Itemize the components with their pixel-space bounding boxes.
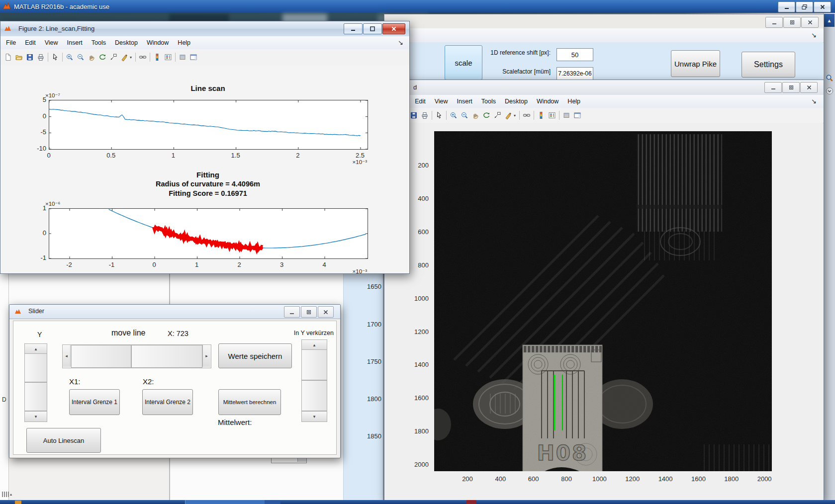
- sidebar-search-button[interactable]: [825, 73, 835, 84]
- y-scroll-up-button[interactable]: ▴: [24, 343, 47, 354]
- figure-d-menu-view[interactable]: View: [430, 98, 453, 105]
- figure2-menu-window[interactable]: Window: [142, 39, 173, 46]
- figure2-rotate-3d-icon[interactable]: [97, 52, 108, 63]
- figure-d-link-plot-icon[interactable]: [521, 110, 532, 121]
- figure2-pointer-icon[interactable]: [50, 52, 61, 63]
- slider-thumb-1[interactable]: [71, 345, 131, 368]
- y-scrollbar[interactable]: ▴ ▾: [24, 343, 46, 421]
- figure-d-brush-icon[interactable]: [503, 110, 514, 121]
- figure-d-menu-desktop[interactable]: Desktop: [500, 98, 532, 105]
- slider-right-arrow[interactable]: ▸: [202, 345, 210, 367]
- figure2-menu-help[interactable]: Help: [173, 39, 195, 46]
- interval-grenze-2-button[interactable]: Interval Grenze 2: [142, 389, 193, 415]
- figure-d-menu-window[interactable]: Window: [532, 98, 563, 105]
- figure2-show-plot-tools-icon[interactable]: [188, 52, 199, 63]
- figure-d-insert-legend-icon[interactable]: [547, 110, 557, 121]
- shorten-scroll-up-button[interactable]: ▴: [301, 339, 327, 350]
- sidebar-expand-button[interactable]: [825, 85, 835, 96]
- figure-d-menu-insert[interactable]: Insert: [453, 98, 477, 105]
- figure2-zoom-in-icon[interactable]: [64, 52, 75, 63]
- figure-d-print-icon[interactable]: [419, 110, 430, 121]
- interval-grenze-1-button[interactable]: Interval Grenze 1: [69, 389, 120, 415]
- figure-d-zoom-in-icon[interactable]: [448, 110, 459, 121]
- figure-d-brush-dropdown-icon[interactable]: ▾: [514, 113, 518, 118]
- slider-close-button[interactable]: [318, 306, 334, 318]
- shorten-y-scrollbar[interactable]: ▴ ▾: [301, 339, 326, 421]
- figure2-menu-desktop[interactable]: Desktop: [110, 39, 142, 46]
- figure2-close-button[interactable]: [382, 23, 405, 34]
- sidebar-pin-tab[interactable]: ▲: [824, 14, 835, 27]
- figure-d-close-button[interactable]: [800, 82, 818, 93]
- taskbar-button-3[interactable]: [466, 500, 476, 504]
- y-scroll-thumb-upper[interactable]: [24, 353, 47, 382]
- figure2-zoom-out-icon[interactable]: [75, 52, 86, 63]
- main-minimize-button[interactable]: [778, 1, 795, 12]
- figure-d-restore-button[interactable]: [782, 82, 800, 93]
- figure2-minimize-button[interactable]: [344, 23, 363, 34]
- figure-d-show-plot-tools-icon[interactable]: [572, 110, 583, 121]
- figure2-data-cursor-icon[interactable]: [108, 52, 119, 63]
- unwrap-pike-button[interactable]: Unwrap Pike: [671, 50, 720, 77]
- figure2-save-icon[interactable]: [24, 52, 35, 63]
- figure2-menu-tools[interactable]: Tools: [87, 39, 110, 46]
- shorten-scroll-thumb-lower[interactable]: [301, 380, 327, 411]
- auto-linescan-button[interactable]: Auto Linescan: [26, 428, 101, 453]
- shorten-scroll-down-button[interactable]: ▾: [301, 411, 327, 422]
- gui-close-button[interactable]: [801, 17, 819, 28]
- figure-d-minimize-button[interactable]: [764, 82, 782, 93]
- dock-grip-handle[interactable]: ▴: [2, 492, 12, 497]
- slider-minimize-button[interactable]: [284, 306, 300, 318]
- slider-thumb-2[interactable]: [131, 345, 202, 368]
- figure-d-insert-colorbar-icon[interactable]: [536, 110, 547, 121]
- figure-d-menu-edit[interactable]: Edit: [410, 98, 430, 105]
- settings-button[interactable]: Settings: [742, 52, 795, 78]
- figure2-dock-arrow-icon[interactable]: ↘: [398, 39, 403, 46]
- figure2-open-file-icon[interactable]: [13, 52, 24, 63]
- figure-d-hide-plot-tools-icon[interactable]: [561, 110, 572, 121]
- figure-d-dock-arrow-icon[interactable]: ↘: [811, 97, 817, 105]
- interferogram-image[interactable]: H08: [434, 131, 772, 471]
- figure2-menu-view[interactable]: View: [40, 39, 63, 46]
- figure2-new-file-icon[interactable]: [2, 52, 13, 63]
- figure2-print-icon[interactable]: [35, 52, 46, 63]
- gui-restore-button[interactable]: [783, 17, 801, 28]
- figure-d-rotate-3d-icon[interactable]: [481, 110, 492, 121]
- figure2-brush-icon[interactable]: [119, 52, 130, 63]
- figure2-hide-plot-tools-icon[interactable]: [177, 52, 188, 63]
- save-values-button[interactable]: Werte speichern: [218, 343, 292, 368]
- taskbar-active-button[interactable]: [185, 500, 266, 504]
- y-scroll-thumb-lower[interactable]: [24, 382, 47, 411]
- figure-d-save-icon[interactable]: [408, 110, 419, 121]
- figure2-link-plot-icon[interactable]: [137, 52, 148, 63]
- figure-d-menu-tools[interactable]: Tools: [477, 98, 500, 105]
- slider-restore-button[interactable]: [301, 306, 317, 318]
- slider-left-arrow[interactable]: ◂: [63, 345, 71, 367]
- gui-minimize-button[interactable]: [765, 17, 783, 28]
- figure2-menu-edit[interactable]: Edit: [20, 39, 40, 46]
- figure2-maximize-button[interactable]: [363, 23, 382, 34]
- y-scroll-down-button[interactable]: ▾: [24, 411, 47, 422]
- fitting-axes[interactable]: [49, 208, 368, 259]
- shorten-scroll-thumb-upper[interactable]: [301, 349, 327, 380]
- figure2-insert-legend-icon[interactable]: [163, 52, 174, 63]
- figure2-menu-file[interactable]: File: [1, 39, 20, 46]
- figure-d-zoom-out-icon[interactable]: [459, 110, 470, 121]
- figure-d-pan-icon[interactable]: [470, 110, 481, 121]
- figure-d-pointer-icon[interactable]: [434, 110, 445, 121]
- figure2-menu-insert[interactable]: Insert: [63, 39, 87, 46]
- scale-button[interactable]: scale: [445, 45, 482, 80]
- figure-d-menu-help[interactable]: Help: [563, 98, 585, 105]
- windows-taskbar[interactable]: [0, 500, 835, 504]
- ref-shift-field[interactable]: 50: [557, 48, 593, 61]
- figure2-insert-colorbar-icon[interactable]: [152, 52, 163, 63]
- main-close-button[interactable]: [814, 1, 831, 12]
- gui-dock-arrow-icon[interactable]: ↘: [811, 31, 817, 39]
- main-restore-button[interactable]: [796, 1, 813, 12]
- mittelwert-berechnen-button[interactable]: Mittelwert berechnen: [218, 389, 281, 415]
- line-scan-axes[interactable]: [49, 100, 368, 150]
- taskbar-button-2[interactable]: [265, 500, 280, 504]
- figure-d-data-cursor-icon[interactable]: [492, 110, 503, 121]
- scalefactor-field[interactable]: 7.26392e-06: [557, 67, 593, 80]
- figure2-brush-dropdown-icon[interactable]: ▾: [130, 55, 134, 60]
- figure2-pan-icon[interactable]: [86, 52, 97, 63]
